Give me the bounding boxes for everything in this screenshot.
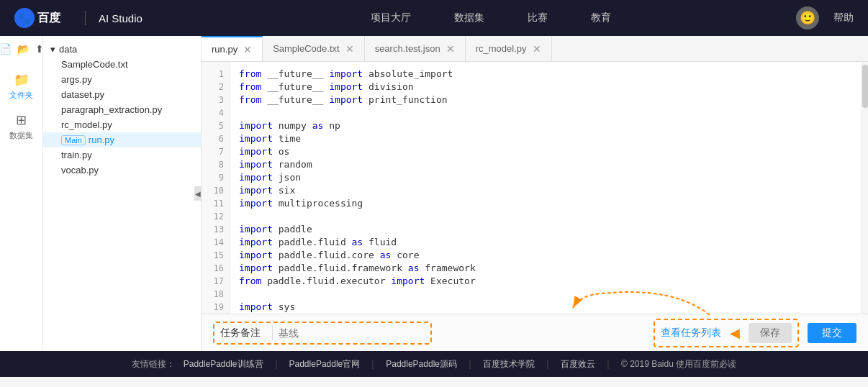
task-note-section: 任务备注 (213, 322, 432, 345)
tab-close-run-py[interactable]: ✕ (243, 45, 252, 55)
tab-label-search-test: search.test.json (375, 43, 440, 54)
code-container[interactable]: 123 456 789 101112 131415 161718 192021 … (202, 62, 868, 314)
tab-close-samplecode[interactable]: ✕ (345, 44, 354, 54)
header-right: 🙂 帮助 (796, 6, 854, 29)
file-item-samplecode[interactable]: SampleCode.txt (43, 57, 201, 72)
logo-area: 🐾 百度 AI Studio (14, 8, 143, 28)
sidebar-actions: 📄 📂 ⬆ (0, 43, 44, 55)
scrollbar[interactable] (861, 62, 868, 314)
help-link[interactable]: 帮助 (833, 12, 854, 24)
baidu-text: 百度 (37, 11, 60, 26)
view-tasks-button[interactable]: 查看任务列表 (661, 327, 721, 340)
nav-item-datasets[interactable]: 数据集 (454, 12, 484, 24)
task-divider (272, 326, 273, 340)
file-item-train[interactable]: train.py (43, 147, 201, 163)
sidebar-item-label-files: 文件夹 (9, 90, 33, 101)
footer-link-4[interactable]: 百度效云 (561, 358, 595, 370)
save-button[interactable]: 保存 (749, 323, 792, 343)
editor-area: ◀ run.py ✕ SampleCode.txt ✕ search.test.… (202, 36, 868, 351)
main-container: 📄 📂 ⬆ 📁 文件夹 ⊞ 数据集 ▾ data SampleCode.txt … (0, 36, 868, 351)
file-item-rcmodel[interactable]: rc_model.py (43, 117, 201, 132)
datasets-icon: ⊞ (16, 112, 27, 128)
sidebar-nav: 📁 文件夹 ⊞ 数据集 (4, 72, 40, 141)
sidebar-item-label-datasets: 数据集 (9, 130, 33, 141)
tab-run-py[interactable]: run.py ✕ (202, 36, 263, 61)
nav-item-competition[interactable]: 比赛 (528, 12, 548, 24)
baseline-input[interactable] (279, 327, 425, 339)
submit-button[interactable]: 提交 (808, 323, 856, 343)
tab-label-run-py: run.py (212, 44, 238, 55)
logo-divider (85, 11, 86, 25)
file-item-run[interactable]: Main run.py (43, 132, 201, 147)
baidu-logo: 🐾 百度 (14, 8, 72, 28)
sidebar-item-datasets[interactable]: ⊞ 数据集 (9, 112, 33, 141)
file-tree: ▾ data SampleCode.txt args.py dataset.py… (43, 36, 202, 351)
line-numbers: 123 456 789 101112 131415 161718 192021 … (202, 62, 230, 314)
upload-icon[interactable]: ⬆ (35, 43, 44, 55)
new-folder-icon[interactable]: 📂 (17, 43, 30, 55)
new-file-icon[interactable]: 📄 (0, 43, 12, 55)
run-py-label: run.py (89, 135, 114, 145)
task-note-label: 任务备注 (220, 327, 261, 340)
nav-item-projects[interactable]: 项目大厅 (371, 12, 411, 24)
arrow-right-icon: ◀ (730, 325, 740, 341)
tab-label-samplecode: SampleCode.txt (273, 43, 340, 54)
footer-link-0[interactable]: PaddlePaddle训练营 (184, 358, 263, 370)
sidebar-item-files[interactable]: 📁 文件夹 (9, 72, 33, 101)
footer-link-3[interactable]: 百度技术学院 (483, 358, 535, 370)
folder-label: data (59, 44, 77, 55)
tab-label-rc-model: rc_model.py (476, 43, 527, 54)
footer-prefix: 友情链接： (132, 358, 175, 370)
bottom-bar: 任务备注 查看任务列表 ◀ 保存 提交 (202, 314, 868, 351)
folder-icon: 📁 (14, 72, 30, 88)
baidu-paw-icon: 🐾 (14, 8, 35, 28)
file-item-paragraph[interactable]: paragraph_extraction.py (43, 102, 201, 117)
right-actions: 查看任务列表 ◀ 保存 (654, 319, 799, 347)
tabs-bar: run.py ✕ SampleCode.txt ✕ search.test.js… (202, 36, 868, 62)
tab-rc-model[interactable]: rc_model.py ✕ (466, 36, 552, 61)
file-item-args[interactable]: args.py (43, 72, 201, 87)
chevron-down-icon: ▾ (50, 44, 55, 55)
sidebar: 📄 📂 ⬆ 📁 文件夹 ⊞ 数据集 (0, 36, 43, 351)
main-nav: 项目大厅 数据集 比赛 教育 (186, 12, 796, 24)
collapse-panel-btn[interactable]: ◀ (194, 186, 202, 201)
tab-close-rc-model[interactable]: ✕ (533, 44, 541, 54)
header: 🐾 百度 AI Studio 项目大厅 数据集 比赛 教育 🙂 帮助 (0, 0, 868, 36)
main-badge: Main (61, 135, 86, 145)
file-item-dataset[interactable]: dataset.py (43, 87, 201, 102)
code-editor[interactable]: from __future__ import absolute_import f… (230, 62, 861, 314)
folder-data[interactable]: ▾ data (43, 42, 201, 57)
tab-close-search-test[interactable]: ✕ (446, 44, 455, 54)
tab-search-test[interactable]: search.test.json ✕ (365, 36, 466, 61)
scrollbar-thumb[interactable] (862, 65, 868, 108)
avatar[interactable]: 🙂 (796, 6, 819, 29)
ai-studio-label: AI Studio (99, 12, 143, 24)
footer: 友情链接： PaddlePaddle训练营 ｜ PaddlePaddle官网 ｜… (0, 351, 868, 377)
footer-link-1[interactable]: PaddlePaddle官网 (289, 358, 361, 370)
footer-link-2[interactable]: PaddlePaddle源码 (386, 358, 457, 370)
footer-copyright: © 2019 Baidu 使用百度前必读 (621, 358, 736, 370)
nav-item-education[interactable]: 教育 (591, 12, 611, 24)
file-item-vocab[interactable]: vocab.py (43, 163, 201, 178)
tab-samplecode[interactable]: SampleCode.txt ✕ (263, 36, 365, 61)
